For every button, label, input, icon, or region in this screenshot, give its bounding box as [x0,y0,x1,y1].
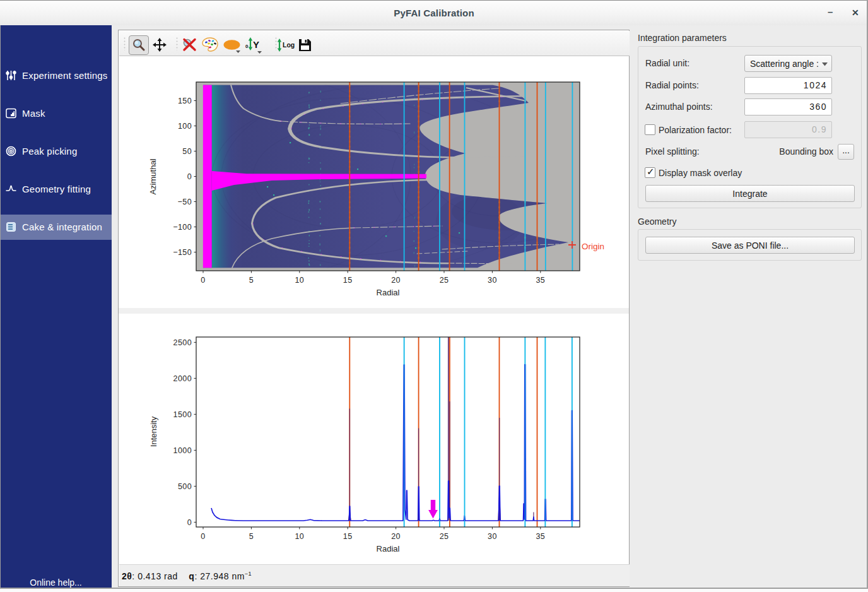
svg-text:5: 5 [249,276,254,285]
svg-text:20: 20 [391,532,401,541]
svg-text:500: 500 [178,482,192,491]
svg-text:35: 35 [536,532,545,541]
svg-text:−150: −150 [173,248,192,257]
svg-text:5: 5 [249,532,254,541]
svg-text:50: 50 [182,147,192,156]
svg-text:0: 0 [201,532,205,541]
svg-text:10: 10 [295,532,304,541]
svg-text:1000: 1000 [173,446,192,455]
svg-text:150: 150 [178,97,192,105]
svg-text:30: 30 [488,276,497,285]
svg-text:Log: Log [283,41,295,49]
svg-text:Azimuthal: Azimuthal [148,158,158,194]
svg-text:25: 25 [440,276,449,285]
svg-text:1500: 1500 [173,410,192,419]
svg-text:0: 0 [187,172,192,181]
svg-text:Radial: Radial [377,544,400,554]
svg-text:25: 25 [440,532,449,541]
svg-text:15: 15 [343,532,353,541]
svg-text:Intensity: Intensity [149,416,158,447]
svg-text:2000: 2000 [173,374,192,383]
svg-text:30: 30 [488,532,497,541]
svg-text:−50: −50 [178,198,192,206]
svg-text:20: 20 [391,276,401,285]
svg-text:100: 100 [178,122,192,131]
svg-text:35: 35 [536,276,545,285]
svg-text:0: 0 [201,276,205,285]
svg-text:−100: −100 [173,223,192,232]
svg-text:2500: 2500 [173,338,192,347]
svg-text:0: 0 [245,44,249,49]
svg-text:15: 15 [343,276,353,285]
svg-text:Origin: Origin [582,242,604,251]
svg-text:Y: Y [253,39,259,50]
svg-text:10: 10 [295,276,304,285]
svg-text:Radial: Radial [377,288,400,297]
svg-text:0: 0 [187,518,192,527]
